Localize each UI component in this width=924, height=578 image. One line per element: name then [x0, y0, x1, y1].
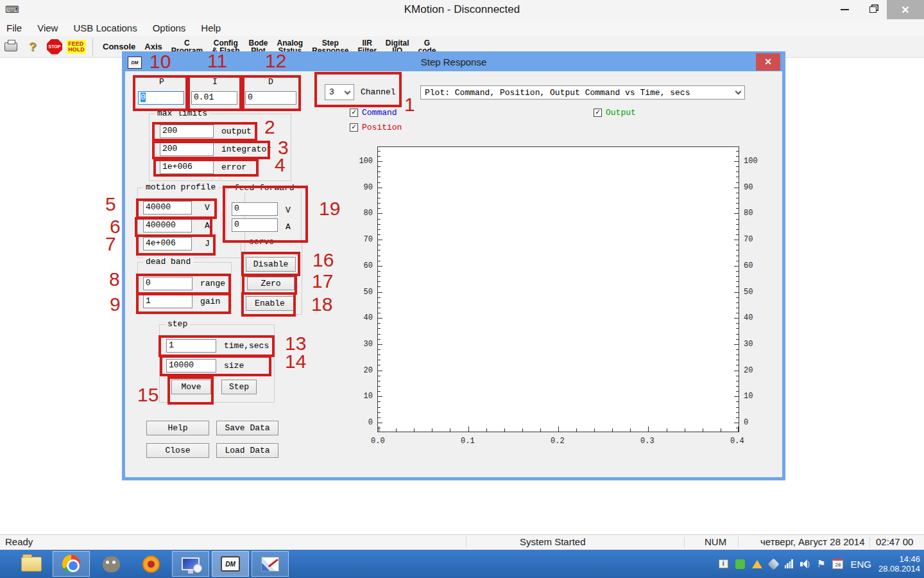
annotation-box-5: [136, 198, 217, 219]
command-checkbox[interactable]: ✓ Command: [350, 108, 397, 118]
axis-tick: [378, 219, 381, 220]
axis-tick: [378, 401, 381, 402]
axis-tick: [396, 428, 397, 432]
taskbar-clock[interactable]: 14:46 28.08.2014: [878, 554, 920, 574]
taskbar-paint-button[interactable]: [252, 551, 289, 577]
tray-messenger-icon[interactable]: [735, 559, 745, 569]
print-icon: [4, 42, 17, 51]
axis-tick: [378, 234, 381, 235]
axis-tick: [378, 323, 381, 324]
axis-tick: [378, 193, 381, 193]
axis-tick: [736, 229, 739, 230]
taskbar-kmotion-button[interactable]: DM: [212, 551, 249, 577]
annotation-number-2: 2: [264, 118, 275, 137]
annotation-number-14: 14: [285, 352, 306, 371]
axis-tick: [736, 256, 739, 256]
taskbar-chrome-button[interactable]: [53, 551, 90, 577]
axis-tick: [734, 371, 739, 371]
axis-tick: [378, 256, 381, 256]
feed-hold-button[interactable]: FEEDHOLD: [65, 37, 87, 57]
restore-button[interactable]: [859, 0, 887, 19]
step-response-dialog: DM Step Response ✕ P 0 I 0.01 D 0 3 Chan…: [122, 51, 785, 480]
annotation-number-10: 10: [150, 52, 171, 71]
axis-tick: [612, 428, 613, 432]
axis-tick: [703, 428, 703, 432]
annotation-number-15: 15: [137, 385, 158, 405]
axis-tick: [736, 302, 739, 303]
help-button[interactable]: Help: [146, 421, 209, 435]
axis-tick: [378, 344, 382, 345]
status-date: четверг, Август 28 2014: [760, 536, 865, 547]
taskbar-explorer-button[interactable]: [13, 551, 50, 577]
output-checkbox[interactable]: ✓ Output: [594, 108, 636, 118]
tray-shield-icon[interactable]: [767, 558, 779, 570]
axis-tick: [736, 198, 739, 198]
axis-tick: [736, 281, 739, 282]
help-button[interactable]: ?: [22, 37, 44, 57]
axis-tick: [468, 426, 469, 432]
toolbar-axis[interactable]: Axis: [140, 43, 166, 51]
axis-tick: [736, 261, 739, 261]
axis-tick: [736, 297, 739, 298]
y-axis-tick-label-right: 30: [744, 340, 753, 349]
axis-tick: [736, 156, 739, 157]
minimize-button[interactable]: [830, 0, 859, 19]
axis-tick: [378, 266, 382, 267]
axis-tick: [736, 339, 739, 340]
y-axis-tick-label-left: 90: [354, 183, 373, 192]
y-axis-tick-label-right: 80: [744, 209, 753, 218]
step-button[interactable]: Step: [221, 380, 257, 394]
tray-info-icon[interactable]: i: [719, 559, 728, 568]
status-ready: Ready: [5, 536, 33, 547]
annotation-number-18: 18: [311, 295, 332, 314]
stop-button[interactable]: STOP: [44, 37, 65, 57]
x-axis-tick-label: 0.4: [730, 437, 744, 446]
load-data-button[interactable]: Load Data: [216, 443, 278, 458]
close-button[interactable]: ✕: [887, 0, 924, 19]
speaker-icon[interactable]: ): [800, 559, 810, 568]
tray-drive-icon[interactable]: [752, 560, 762, 568]
menu-file[interactable]: File: [6, 22, 22, 33]
dialog-close-button[interactable]: ✕: [756, 53, 780, 71]
menu-view[interactable]: View: [37, 22, 58, 33]
taskbar-remote-desktop-button[interactable]: [172, 551, 209, 577]
system-tray: i ) ⚑ 28 ENG 14:46 28.08.2014: [719, 550, 920, 578]
calendar-icon[interactable]: 28: [832, 559, 843, 569]
axis-tick: [734, 188, 739, 188]
position-checkbox[interactable]: ✓ Position: [350, 123, 402, 132]
print-button[interactable]: [0, 37, 22, 57]
x-axis-tick-label: 0.0: [371, 437, 385, 446]
axis-tick: [378, 365, 381, 365]
axis-tick: [736, 386, 739, 387]
axis-tick: [486, 428, 487, 432]
axis-tick: [736, 412, 739, 413]
y-axis-tick-label-left: 80: [354, 209, 373, 218]
save-data-button[interactable]: Save Data: [216, 421, 278, 435]
axis-tick: [378, 240, 382, 240]
axis-tick: [736, 391, 739, 392]
plot-mode-select[interactable]: Plot: Command, Position, Output Command …: [420, 85, 745, 100]
taskbar-xnview-button[interactable]: [132, 551, 169, 577]
annotation-box-2: [152, 122, 257, 141]
network-signal-icon[interactable]: [785, 559, 793, 568]
y-axis-tick-label-right: 70: [744, 235, 753, 244]
annotation-box-19: [223, 186, 308, 243]
axis-tick: [736, 177, 739, 177]
toolbar-console[interactable]: Console: [98, 43, 140, 51]
axis-tick: [378, 376, 381, 376]
close-dialog-button[interactable]: Close: [146, 443, 209, 458]
x-axis-tick-label: 0.2: [551, 437, 565, 446]
window-title: KMotion - Disconnected: [0, 3, 924, 16]
language-indicator[interactable]: ENG: [850, 559, 871, 570]
annotation-box-7: [136, 234, 216, 256]
taskbar-gimp-button[interactable]: [92, 551, 130, 577]
axis-tick: [378, 250, 381, 250]
statusbar: Ready System Started NUM четверг, Август…: [0, 534, 924, 550]
y-axis-tick-label-left: 10: [354, 392, 373, 401]
axis-tick: [736, 276, 739, 277]
action-center-flag-icon[interactable]: ⚑: [817, 558, 825, 570]
menu-usb-locations[interactable]: USB Locations: [73, 22, 137, 33]
menu-options[interactable]: Options: [153, 22, 186, 33]
menu-help[interactable]: Help: [201, 22, 221, 33]
axis-tick: [736, 286, 739, 287]
